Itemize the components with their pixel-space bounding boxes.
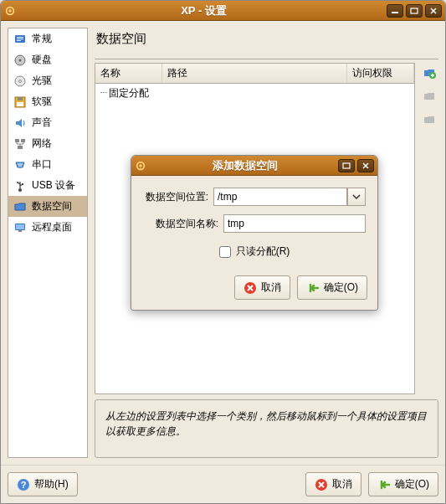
- readonly-label: 只读分配(R): [236, 244, 290, 259]
- floppy-icon: [13, 95, 27, 109]
- svg-point-19: [19, 163, 21, 165]
- dialog-close-button[interactable]: [357, 159, 374, 172]
- button-label: 帮助(H): [34, 477, 69, 491]
- svg-rect-3: [411, 8, 418, 13]
- usb-icon: [13, 179, 27, 193]
- dialog-cancel-button[interactable]: 取消: [234, 275, 290, 300]
- dialog-titlebar[interactable]: 添加数据空间: [131, 156, 377, 176]
- svg-rect-7: [17, 40, 21, 41]
- category-sidebar: 常规 硬盘 光驱 软驱 声音 网络: [8, 28, 88, 458]
- main-titlebar[interactable]: XP - 设置: [1, 1, 445, 21]
- close-button[interactable]: [425, 4, 442, 18]
- svg-rect-13: [18, 97, 23, 100]
- svg-rect-27: [16, 224, 24, 229]
- svg-rect-28: [18, 230, 22, 232]
- add-folder-icon: [423, 66, 436, 80]
- table-actions: [420, 63, 438, 394]
- sidebar-item-label: 常规: [32, 32, 52, 46]
- settings-window: XP - 设置 常规 硬盘 光驱 软驱: [0, 0, 446, 504]
- edit-share-button[interactable]: [421, 88, 438, 105]
- sidebar-item-floppy[interactable]: 软驱: [8, 91, 87, 112]
- name-input[interactable]: [223, 214, 366, 233]
- chevron-down-icon: [352, 193, 361, 200]
- sidebar-item-label: 数据空间: [32, 199, 72, 213]
- dialog-maximize-button[interactable]: [338, 159, 355, 172]
- button-label: 确定(O): [395, 477, 429, 491]
- table-row[interactable]: 固定分配: [95, 84, 414, 103]
- svg-rect-5: [17, 37, 23, 38]
- svg-point-31: [139, 164, 142, 167]
- add-share-button[interactable]: [421, 64, 438, 81]
- sidebar-item-network[interactable]: 网络: [8, 133, 87, 154]
- sidebar-item-remote[interactable]: 远程桌面: [8, 217, 87, 238]
- sidebar-item-harddisk[interactable]: 硬盘: [8, 49, 87, 70]
- col-name[interactable]: 名称: [95, 64, 162, 83]
- help-button[interactable]: ? 帮助(H): [8, 472, 78, 496]
- sidebar-item-serial[interactable]: 串口: [8, 154, 87, 175]
- network-icon: [13, 137, 27, 151]
- help-icon: ?: [17, 478, 30, 491]
- svg-rect-14: [17, 102, 23, 106]
- button-label: 取消: [261, 280, 281, 295]
- audio-icon: [13, 116, 27, 130]
- button-label: 确定(O): [324, 280, 358, 295]
- sidebar-item-label: 串口: [32, 157, 52, 172]
- col-access[interactable]: 访问权限: [347, 64, 414, 83]
- minimize-button[interactable]: [387, 4, 403, 18]
- sidebar-item-label: 光驱: [32, 74, 52, 88]
- svg-text:?: ?: [21, 480, 27, 490]
- edit-folder-icon: [423, 90, 436, 103]
- svg-point-9: [19, 59, 22, 61]
- window-title: XP - 设置: [21, 3, 387, 18]
- sidebar-item-label: USB 设备: [32, 178, 75, 193]
- svg-point-11: [19, 80, 22, 82]
- svg-rect-32: [343, 163, 350, 168]
- svg-rect-25: [22, 183, 23, 185]
- general-icon: [13, 33, 27, 46]
- svg-point-22: [20, 165, 22, 167]
- serial-icon: [13, 158, 27, 172]
- col-path[interactable]: 路径: [162, 64, 347, 83]
- hint-text: 从左边的设置列表中选择一个类别，然后移动鼠标到一个具体的设置项目以获取更多信息。: [95, 399, 438, 458]
- tree-connector: [100, 92, 107, 93]
- svg-rect-6: [17, 39, 23, 39]
- button-label: 取消: [332, 477, 352, 491]
- svg-point-24: [17, 182, 18, 183]
- sidebar-item-label: 远程桌面: [32, 220, 72, 234]
- sidebar-item-usb[interactable]: USB 设备: [8, 175, 87, 196]
- readonly-checkbox[interactable]: [219, 246, 231, 258]
- maximize-button[interactable]: [406, 4, 423, 18]
- sidebar-item-general[interactable]: 常规: [8, 28, 87, 49]
- sidebar-item-label: 声音: [32, 116, 52, 130]
- dialog-title: 添加数据空间: [151, 158, 338, 173]
- gear-icon: [135, 160, 146, 172]
- sidebar-item-label: 网络: [32, 136, 52, 151]
- dialog-ok-button[interactable]: 确定(O): [297, 275, 367, 300]
- path-label: 数据空间位置:: [143, 190, 208, 204]
- sidebar-item-label: 硬盘: [32, 53, 52, 67]
- sidebar-item-optical[interactable]: 光驱: [8, 70, 87, 91]
- svg-point-23: [18, 188, 22, 192]
- svg-point-1: [8, 9, 12, 13]
- sidebar-item-audio[interactable]: 声音: [8, 112, 87, 133]
- ok-arrow-icon: [306, 281, 320, 295]
- optical-icon: [13, 75, 27, 88]
- svg-rect-15: [15, 139, 19, 142]
- row-name: 固定分配: [109, 86, 149, 100]
- remove-folder-icon: [423, 113, 436, 126]
- remote-icon: [13, 221, 27, 234]
- remove-share-button[interactable]: [421, 111, 438, 128]
- harddisk-icon: [13, 54, 27, 67]
- path-input[interactable]: [213, 188, 347, 206]
- path-dropdown-button[interactable]: [347, 188, 366, 206]
- svg-point-18: [18, 163, 19, 165]
- main-footer: ? 帮助(H) 取消 确定(O): [1, 465, 445, 503]
- shared-folder-icon: [13, 200, 27, 213]
- cancel-icon: [315, 478, 328, 491]
- sidebar-item-shared[interactable]: 数据空间: [8, 196, 87, 217]
- svg-rect-2: [392, 12, 398, 13]
- name-label: 数据空间名称:: [143, 217, 218, 231]
- main-ok-button[interactable]: 确定(O): [368, 472, 438, 496]
- ok-arrow-icon: [377, 478, 391, 491]
- main-cancel-button[interactable]: 取消: [305, 472, 361, 496]
